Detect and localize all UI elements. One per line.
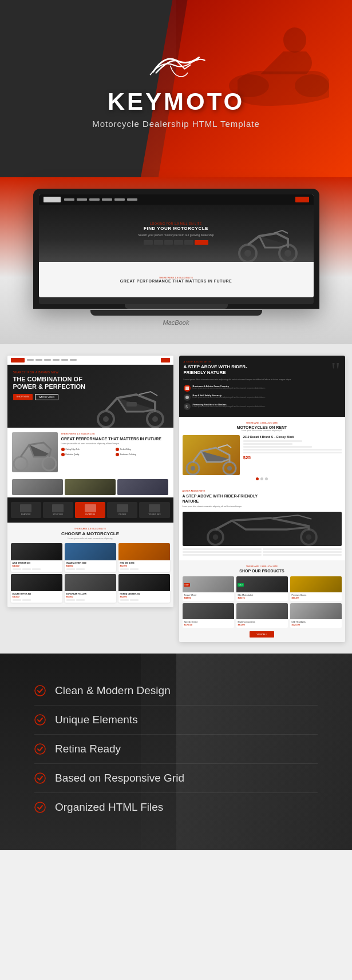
prev-nav-logo — [11, 358, 25, 362]
moto-price-5: $6,500 — [66, 595, 114, 598]
prod-card-2: SALE Elite Moto Jacket $38.75 — [236, 576, 288, 601]
prev-features: THERE WERE 1.9 BILLION LITE GREAT PERFOR… — [7, 428, 173, 477]
moto-card-6: HONDA CENTER 400 $4,500 — [118, 574, 170, 603]
sport-icon — [52, 504, 64, 512]
prev-cats: ROADSTER SPORT BIKE CHOPPERS CRUISER — [7, 497, 173, 523]
svg-point-28 — [35, 773, 45, 783]
moto-price-6: $4,500 — [120, 595, 168, 598]
ls-search-item — [154, 240, 163, 245]
prev-hero-title: THE COMBINATION OF POWER & PERFECTION — [13, 376, 93, 391]
prev-step-title: A STEP ABOVE WITH RIDER-FRIENDLY NATURE — [183, 493, 263, 504]
prev-nav-link — [70, 359, 77, 361]
moto-img-5 — [65, 574, 116, 591]
prev-feat-item: Perfect Riding — [116, 448, 169, 451]
step-spec — [263, 554, 342, 556]
step-moto-svg — [183, 512, 342, 546]
moto-spec — [22, 568, 31, 570]
prod-info-2: Elite Moto Jacket $38.75 — [236, 592, 288, 601]
touring-label: TOURING BIKE — [140, 513, 168, 516]
ls-hero-text: FIND YOUR MOTORCYCLE — [138, 225, 214, 232]
brand-logo-icon — [142, 49, 211, 83]
ls-navbar — [39, 194, 314, 205]
svg-point-29 — [35, 802, 45, 812]
roadster-icon — [20, 504, 31, 512]
prev-feat-img-1 — [12, 479, 63, 495]
moto-spec — [66, 568, 75, 570]
finance-icon: $ — [185, 404, 189, 409]
ls-hero-moto-icon — [234, 222, 302, 262]
svg-point-10 — [152, 416, 158, 422]
prev-feature-texts-1: Business & Advice From Country Lorem ips… — [193, 385, 266, 390]
prev-step-label: A STEP ABOVE WITH — [183, 489, 342, 492]
prev-hero-btns: SHOP NOW WATCH VIDEO — [13, 394, 168, 400]
laptop-section: LOOKING FOR 1.9 MILLION LITE FIND YOUR M… — [0, 177, 352, 344]
prev-hero-watch-btn[interactable]: WATCH VIDEO — [35, 394, 59, 400]
svg-point-26 — [35, 715, 45, 725]
feat-icon — [61, 448, 65, 451]
feat-item-text-3: Distinctive Quality — [66, 453, 80, 456]
prev-rental-dots — [183, 477, 342, 480]
prev-shop-viewall-btn[interactable]: VIEW ALL — [250, 631, 274, 638]
prod-price-1: $49.00 — [184, 596, 232, 599]
moto-spec — [76, 568, 85, 570]
cruiser-icon — [117, 504, 128, 512]
prev-feature-texts-2: Buy & Sell Safely Securely Lorem ipsum d… — [193, 394, 266, 399]
prod-info-3: Premium Gloves $45.00 — [290, 592, 342, 601]
step-spec — [263, 551, 342, 553]
prod-price-3: $45.00 — [292, 596, 340, 599]
feature-item-2: Unique Elements — [34, 706, 318, 735]
laptop-base — [39, 297, 314, 304]
moto-spec — [22, 599, 31, 601]
moto-specs-4 — [13, 599, 61, 601]
prod-info-5: Brake Components $61.00 — [236, 619, 288, 628]
prev-dark-section: " A STEP ABOVE WITH A STEP ABOVE WITH RI… — [179, 356, 345, 417]
svg-point-15 — [185, 396, 189, 399]
svg-point-12 — [14, 457, 27, 471]
prev-hero-shopnow-btn[interactable]: SHOP NOW — [13, 394, 33, 400]
prev-rental-info: 2019 Ducati 8 Brand S – Glossy Black $25 — [243, 435, 342, 475]
rental-dot-2[interactable] — [260, 477, 263, 480]
check-icon-3 — [34, 743, 46, 755]
moto-img-2 — [65, 543, 116, 560]
moto-card-4: DUCATI HYPER 400 $4,500 — [11, 574, 62, 603]
moto-spec — [13, 599, 21, 601]
svg-rect-11 — [126, 402, 137, 407]
prev-feat-images-row — [7, 477, 173, 497]
prev-right-panel: " A STEP ABOVE WITH A STEP ABOVE WITH RI… — [179, 356, 345, 642]
ls-search-item — [184, 240, 193, 245]
prev-rental: THERE ARE 1.9 BILLION LITE MOTORCYCLES O… — [179, 417, 345, 485]
rental-dot-3[interactable] — [265, 477, 268, 480]
rental-dot-1[interactable] — [256, 477, 259, 480]
ls-nav-link — [114, 198, 125, 201]
prod-tag-1: NEW — [184, 577, 190, 588]
ls-search-item — [174, 240, 183, 245]
moto-img-4 — [11, 574, 62, 591]
prod-img-3 — [290, 576, 342, 592]
check-icon-5 — [34, 802, 46, 813]
feature-text-5: Organized HTML Files — [55, 801, 163, 814]
prod-info-4: Speedo Sensor $175.00 — [183, 619, 234, 628]
svg-point-22 — [212, 534, 218, 540]
prev-shop-label: THERE ARE 1.9 BILLION LITE — [183, 565, 342, 568]
brand-name: KEYMOTO — [92, 88, 260, 115]
feat-icon — [116, 453, 119, 456]
ls-hero-area: LOOKING FOR 1.9 MILLION LITE FIND YOUR M… — [39, 205, 314, 262]
svg-point-25 — [35, 686, 45, 696]
svg-point-6 — [284, 250, 291, 257]
prev-rental-specs — [243, 440, 342, 453]
laptop-stand — [33, 309, 319, 316]
moto-info-2: YAMAHA INTER 2000 $4,500 — [65, 560, 116, 572]
preview-left: SEARCH FOR A BRAND NEW THE COMBINATION O… — [7, 356, 173, 642]
prev-nav-btn-red — [161, 358, 170, 362]
prev-nav-links-row — [27, 359, 77, 361]
prev-nav-link — [27, 359, 34, 361]
features-list: Clean & Modern Design Unique Elements Re… — [34, 676, 318, 822]
ls-nav-link — [77, 198, 87, 201]
feature-item-3: Retina Ready — [34, 735, 318, 764]
prev-rental-label: THERE ARE 1.9 BILLION LITE — [183, 421, 342, 424]
moto-spec — [76, 599, 85, 601]
feature-desc-1: Lorem ipsum dolor sit amet consectetur a… — [193, 388, 266, 390]
prev-dark-text: Lorem ipsum dolor sit amet consectetur a… — [184, 379, 341, 381]
prev-nav-link — [44, 359, 51, 361]
prod-card-5: Brake Components $61.00 — [236, 603, 288, 628]
